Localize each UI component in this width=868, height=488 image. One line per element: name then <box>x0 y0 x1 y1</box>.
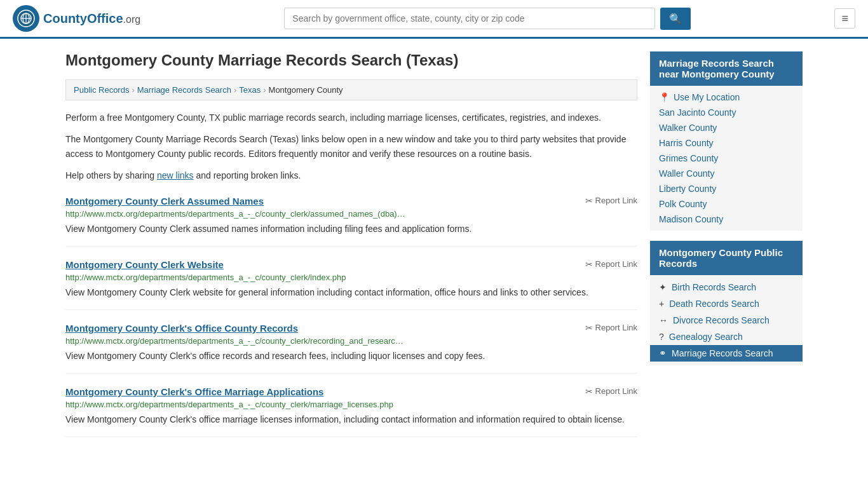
rec-link-3[interactable]: Genealogy Search <box>669 332 743 342</box>
nearby-county-link-5[interactable]: Liberty County <box>659 184 716 194</box>
rec-link-2[interactable]: Divorce Records Search <box>673 315 770 325</box>
report-icon-1: ✂ <box>585 259 593 269</box>
records-item-4[interactable]: ⚭ Marriage Records Search <box>650 345 803 362</box>
nearby-county-link-7[interactable]: Madison County <box>659 214 723 224</box>
records-item-1[interactable]: + Death Records Search <box>650 295 803 312</box>
sidebar-records-section: Montgomery County Public Records ✦ Birth… <box>650 241 803 365</box>
report-label-2: Report Link <box>595 323 637 332</box>
use-location-link[interactable]: Use My Location <box>674 92 740 102</box>
breadcrumb: Public Records › Marriage Records Search… <box>65 79 637 100</box>
sidebar-records-list: ✦ Birth Records Search + Death Records S… <box>650 275 803 365</box>
sidebar: Marriage Records Search near Montgomery … <box>650 51 803 450</box>
rec-icon-2: ↔ <box>659 315 668 325</box>
records-item-2[interactable]: ↔ Divorce Records Search <box>650 312 803 329</box>
sidebar-nearby-section: Marriage Records Search near Montgomery … <box>650 51 803 231</box>
result-url-2[interactable]: http://www.mctx.org/departments/departme… <box>65 336 637 346</box>
search-input[interactable] <box>284 8 655 29</box>
sidebar-item-madison-county[interactable]: Madison County <box>650 212 803 227</box>
breadcrumb-county: Montgomery County <box>269 85 343 95</box>
sidebar-item-walker-county[interactable]: Walker County <box>650 120 803 135</box>
nearby-county-link-1[interactable]: Walker County <box>659 123 717 133</box>
result-url-1[interactable]: http://www.mctx.org/departments/departme… <box>65 273 637 282</box>
sidebar-records-title: Montgomery County Public Records <box>650 241 803 275</box>
new-links-link[interactable]: new links <box>157 170 194 180</box>
sidebar-use-location[interactable]: 📍 Use My Location <box>650 90 803 105</box>
logo-area: CountyOffice.org <box>13 5 140 32</box>
result-desc-1: View Montgomery County Clerk website for… <box>65 286 637 299</box>
sidebar-item-grimes-county[interactable]: Grimes County <box>650 151 803 166</box>
result-header: Montgomery County Clerk Assumed Names ✂ … <box>65 196 637 207</box>
result-title-3[interactable]: Montgomery County Clerk's Office Marriag… <box>65 386 323 397</box>
nearby-county-link-3[interactable]: Grimes County <box>659 153 718 163</box>
search-area: 🔍 <box>284 8 691 30</box>
result-item: Montgomery County Clerk's Office Marriag… <box>65 386 637 437</box>
rec-icon-1: + <box>659 299 664 309</box>
rec-link-0[interactable]: Birth Records Search <box>672 282 756 292</box>
report-link-0[interactable]: ✂ Report Link <box>585 196 637 206</box>
logo-icon <box>13 5 39 32</box>
result-title-0[interactable]: Montgomery County Clerk Assumed Names <box>65 196 264 207</box>
logo-text[interactable]: CountyOffice.org <box>43 11 140 26</box>
sidebar-item-liberty-county[interactable]: Liberty County <box>650 181 803 196</box>
result-item: Montgomery County Clerk Assumed Names ✂ … <box>65 196 637 247</box>
nearby-county-link-6[interactable]: Polk County <box>659 199 707 209</box>
main-container: Montgomery County Marriage Records Searc… <box>53 39 815 463</box>
content-area: Montgomery County Marriage Records Searc… <box>65 51 637 450</box>
breadcrumb-sep-2: › <box>234 85 236 95</box>
nearby-county-link-4[interactable]: Waller County <box>659 168 714 179</box>
nearby-county-link-2[interactable]: Harris County <box>659 138 714 148</box>
result-title-2[interactable]: Montgomery County Clerk's Office County … <box>65 323 298 334</box>
result-item: Montgomery County Clerk's Office County … <box>65 323 637 374</box>
page-title: Montgomery County Marriage Records Searc… <box>65 51 637 69</box>
description-2: The Montgomery County Marriage Records S… <box>65 132 637 161</box>
description-1: Perform a free Montgomery County, TX pub… <box>65 111 637 125</box>
report-label-0: Report Link <box>595 196 637 205</box>
result-desc-3: View Montgomery County Clerk's office ma… <box>65 413 637 426</box>
report-link-2[interactable]: ✂ Report Link <box>585 323 637 333</box>
description-3: Help others by sharing new links and rep… <box>65 168 637 182</box>
sidebar-item-waller-county[interactable]: Waller County <box>650 166 803 181</box>
sidebar-item-polk-county[interactable]: Polk County <box>650 196 803 212</box>
rec-link-1[interactable]: Death Records Search <box>669 299 759 309</box>
report-link-3[interactable]: ✂ Report Link <box>585 386 637 396</box>
location-icon: 📍 <box>659 92 670 102</box>
breadcrumb-sep-3: › <box>263 85 266 95</box>
report-icon-2: ✂ <box>585 323 593 333</box>
result-title-1[interactable]: Montgomery County Clerk Website <box>65 259 224 270</box>
records-item-0[interactable]: ✦ Birth Records Search <box>650 279 803 295</box>
sidebar-item-san-jacinto-county[interactable]: San Jacinto County <box>650 105 803 120</box>
breadcrumb-marriage-records[interactable]: Marriage Records Search <box>137 85 231 95</box>
result-header: Montgomery County Clerk's Office Marriag… <box>65 386 637 397</box>
breadcrumb-sep-1: › <box>132 85 134 95</box>
rec-icon-4: ⚭ <box>659 348 667 358</box>
menu-button[interactable]: ≡ <box>834 8 855 29</box>
sidebar-nearby-list: 📍 Use My Location San Jacinto CountyWalk… <box>650 86 803 231</box>
result-desc-0: View Montgomery County Clerk assumed nam… <box>65 222 637 236</box>
report-icon-0: ✂ <box>585 196 593 206</box>
sidebar-item-harris-county[interactable]: Harris County <box>650 135 803 151</box>
result-desc-2: View Montgomery County Clerk's office re… <box>65 349 637 363</box>
report-label-1: Report Link <box>595 259 637 269</box>
sidebar-nearby-title: Marriage Records Search near Montgomery … <box>650 51 803 86</box>
rec-icon-0: ✦ <box>659 282 667 292</box>
report-label-3: Report Link <box>595 386 637 396</box>
site-header: CountyOffice.org 🔍 ≡ <box>0 0 868 39</box>
result-header: Montgomery County Clerk's Office County … <box>65 323 637 334</box>
result-url-3[interactable]: http://www.mctx.org/departments/departme… <box>65 400 637 409</box>
result-url-0[interactable]: http://www.mctx.org/departments/departme… <box>65 209 637 219</box>
breadcrumb-texas[interactable]: Texas <box>239 85 261 95</box>
nearby-county-link-0[interactable]: San Jacinto County <box>659 107 736 118</box>
search-icon: 🔍 <box>669 13 682 24</box>
result-item: Montgomery County Clerk Website ✂ Report… <box>65 259 637 310</box>
report-link-1[interactable]: ✂ Report Link <box>585 259 637 269</box>
results-list: Montgomery County Clerk Assumed Names ✂ … <box>65 196 637 437</box>
rec-link-4[interactable]: Marriage Records Search <box>672 348 773 358</box>
report-icon-3: ✂ <box>585 386 593 396</box>
result-header: Montgomery County Clerk Website ✂ Report… <box>65 259 637 270</box>
records-item-3[interactable]: ? Genealogy Search <box>650 329 803 345</box>
rec-icon-3: ? <box>659 332 664 342</box>
search-button[interactable]: 🔍 <box>660 8 691 30</box>
breadcrumb-public-records[interactable]: Public Records <box>74 85 129 95</box>
menu-icon: ≡ <box>841 12 848 25</box>
